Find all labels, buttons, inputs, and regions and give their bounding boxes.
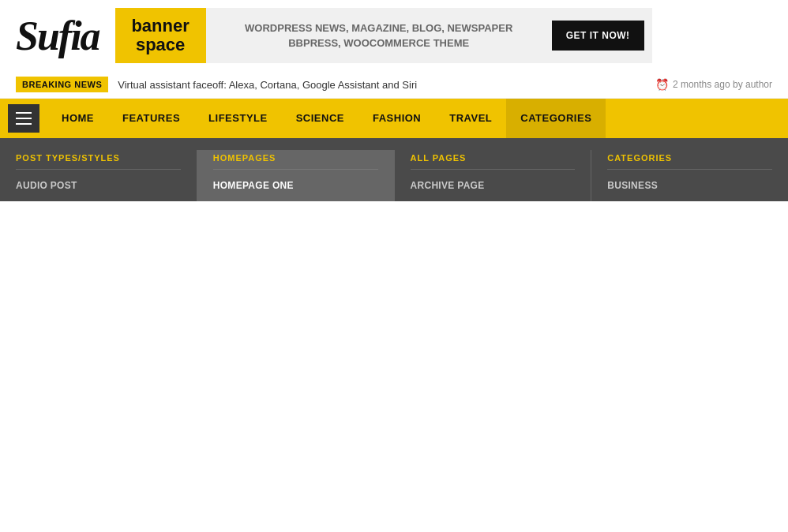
nav-item-fashion[interactable]: FASHION <box>358 99 435 138</box>
nav-item-travel[interactable]: TRAVEL <box>435 99 506 138</box>
breaking-news-label: BREAKING NEWS <box>16 77 108 92</box>
logo[interactable]: Sufia <box>16 13 99 59</box>
banner-label-line1: banner <box>131 17 189 36</box>
hamburger-line-2 <box>16 118 32 119</box>
get-it-now-button[interactable]: GET IT NOW! <box>552 21 644 51</box>
banner-label-line2: space <box>136 36 185 54</box>
list-item[interactable]: ARCHIVE PAGE <box>411 174 576 195</box>
hamburger-line-3 <box>16 123 32 125</box>
hamburger-button[interactable] <box>8 104 39 133</box>
list-item[interactable]: AUDIO POST <box>16 174 181 195</box>
header: Sufia banner space WORDPRESS NEWS, MAGAZ… <box>0 0 788 71</box>
list-item[interactable]: HOMEPAGE TWO <box>213 195 378 201</box>
banner-space: banner space WORDPRESS NEWS, MAGAZINE, B… <box>115 8 652 63</box>
mega-col-categories: CATEGORIES BUSINESS LIFESTYLE FASHION TR… <box>591 150 788 201</box>
nav-items: HOME FEATURES LIFESTYLE SCIENCE FASHION … <box>47 99 606 138</box>
mega-col-post-types: POST TYPES/STYLES AUDIO POST YOUTUBE VID… <box>0 150 197 201</box>
mega-col-all-pages: ALL PAGES ARCHIVE PAGE CATEGORY PAGE AUT… <box>395 150 592 201</box>
banner-text: WORDPRESS NEWS, MAGAZINE, BLOG, NEWSPAPE… <box>206 21 552 51</box>
nav-item-home[interactable]: HOME <box>47 99 108 138</box>
list-item[interactable]: BUSINESS <box>607 174 772 195</box>
mega-col-homepages: HOMEPAGES HOMEPAGE ONE HOMEPAGE TWO HOME… <box>197 150 395 201</box>
mega-menu: POST TYPES/STYLES AUDIO POST YOUTUBE VID… <box>0 138 788 201</box>
list-item[interactable]: LIFESTYLE <box>607 195 772 201</box>
list-item[interactable]: HOMEPAGE ONE <box>213 174 378 195</box>
nav-item-lifestyle[interactable]: LIFESTYLE <box>194 99 282 138</box>
main-nav: HOME FEATURES LIFESTYLE SCIENCE FASHION … <box>0 99 788 138</box>
mega-col-homepages-header: HOMEPAGES <box>213 150 378 170</box>
hamburger-line-1 <box>16 112 32 114</box>
breaking-news-time: 2 months ago by author <box>673 79 772 90</box>
list-item[interactable]: YOUTUBE VIDEO POST <box>16 195 181 201</box>
mega-col-post-types-header: POST TYPES/STYLES <box>16 150 181 170</box>
nav-item-features[interactable]: FEATURES <box>108 99 194 138</box>
mega-col-categories-header: CATEGORIES <box>607 150 772 170</box>
breaking-news-text: Virtual assistant faceoff: Alexa, Cortan… <box>118 79 655 91</box>
list-item[interactable]: CATEGORY PAGE <box>411 195 576 201</box>
mega-col-all-pages-header: ALL PAGES <box>411 150 576 170</box>
nav-wrapper: HOME FEATURES LIFESTYLE SCIENCE FASHION … <box>0 99 788 138</box>
nav-item-science[interactable]: SCIENCE <box>282 99 358 138</box>
breaking-news-bar: BREAKING NEWS Virtual assistant faceoff:… <box>0 71 788 99</box>
clock-icon: ⏰ <box>655 78 669 91</box>
banner-yellow-box: banner space <box>115 8 206 63</box>
nav-item-categories[interactable]: CATEGORIES <box>506 99 606 138</box>
